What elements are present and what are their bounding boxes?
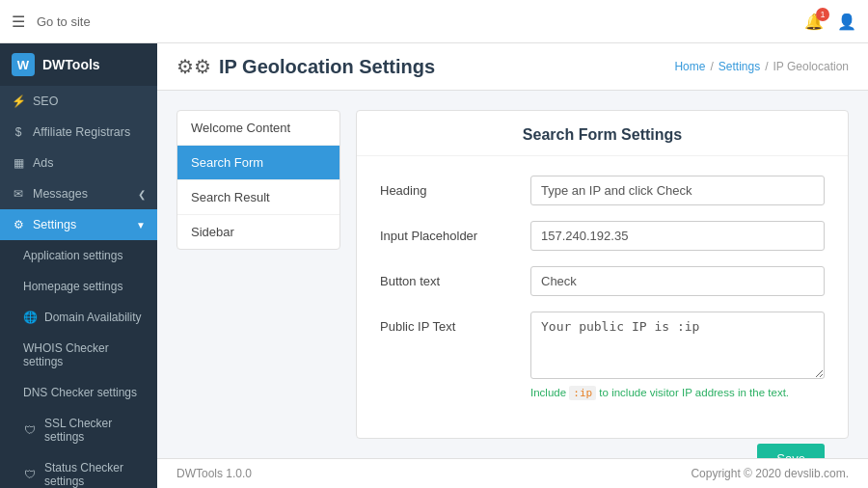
sidebar-label-homepage: Homepage settings xyxy=(23,280,146,293)
page-header: ⚙⚙ IP Geolocation Settings Home / Settin… xyxy=(157,43,868,91)
gear-settings-icon: ⚙⚙ xyxy=(176,55,211,78)
messages-icon: ✉ xyxy=(12,187,25,201)
app-footer: DWTools 1.0.0 Copyright © 2020 devslib.c… xyxy=(157,458,868,488)
content-area: ⚙⚙ IP Geolocation Settings Home / Settin… xyxy=(157,43,868,488)
affiliate-icon: $ xyxy=(12,125,25,139)
breadcrumb: Home / Settings / IP Geolocation xyxy=(674,60,849,73)
sidebar-item-messages[interactable]: ✉ Messages ❮ xyxy=(0,178,157,209)
textarea-public-ip-text[interactable]: Your public IP is :ip xyxy=(530,312,825,379)
sidebar-logo: W DWTools xyxy=(0,43,157,86)
top-bar-right: 🔔 1 👤 xyxy=(804,13,856,31)
logo-text: DWTools xyxy=(42,57,100,72)
main-panel: Search Form Settings Heading Input Place… xyxy=(356,110,849,439)
footer-copyright: Copyright © 2020 devslib.com. xyxy=(691,467,849,480)
label-input-placeholder: Input Placeholder xyxy=(380,221,515,243)
main-area: W DWTools ⚡ SEO $ Affiliate Registrars ▦… xyxy=(0,43,868,488)
form-row-button-text: Button text xyxy=(380,266,825,296)
sidebar: W DWTools ⚡ SEO $ Affiliate Registrars ▦… xyxy=(0,43,157,488)
footer-link[interactable]: devslib.com. xyxy=(784,467,849,480)
control-heading xyxy=(530,176,825,205)
sub-nav: Welcome Content Search Form Search Resul… xyxy=(176,110,340,250)
subnav-item-search-result[interactable]: Search Result xyxy=(177,180,339,215)
messages-arrow-icon: ❮ xyxy=(138,189,146,200)
status-icon: 🛡 xyxy=(23,468,37,481)
sidebar-label-affiliate: Affiliate Registrars xyxy=(33,125,146,139)
form-body: Heading Input Placeholder xyxy=(357,156,848,434)
sidebar-label-status: Status Checker settings xyxy=(44,461,146,488)
subnav-item-welcome[interactable]: Welcome Content xyxy=(177,111,339,146)
breadcrumb-home[interactable]: Home xyxy=(674,60,705,73)
input-input-placeholder[interactable] xyxy=(530,221,825,251)
control-input-placeholder xyxy=(530,221,825,251)
breadcrumb-settings[interactable]: Settings xyxy=(719,60,760,73)
page-title-wrap: ⚙⚙ IP Geolocation Settings xyxy=(176,55,435,78)
breadcrumb-current: IP Geolocation xyxy=(773,60,850,73)
label-public-ip-text: Public IP Text xyxy=(380,312,515,334)
sidebar-label-domain: Domain Availability xyxy=(44,311,146,324)
input-heading[interactable] xyxy=(530,176,825,205)
content-body: Welcome Content Search Form Search Resul… xyxy=(157,91,868,458)
control-button-text xyxy=(530,266,825,296)
panel-footer: Save xyxy=(357,434,848,458)
subnav-item-search-form[interactable]: Search Form xyxy=(177,146,339,180)
panel-title: Search Form Settings xyxy=(357,111,848,156)
sidebar-item-status[interactable]: 🛡 Status Checker settings xyxy=(0,452,157,488)
sidebar-label-application: Application settings xyxy=(23,249,146,262)
sidebar-item-affiliate[interactable]: $ Affiliate Registrars xyxy=(0,117,157,148)
top-bar: ☰ Go to site 🔔 1 👤 xyxy=(0,0,868,43)
sidebar-label-whois: WHOIS Checker settings xyxy=(23,341,146,368)
seo-icon: ⚡ xyxy=(12,95,25,108)
control-public-ip-text: Your public IP is :ip Include :ip to inc… xyxy=(530,312,825,399)
settings-submenu: Application settings Homepage settings 🌐… xyxy=(0,240,157,488)
sidebar-item-dns[interactable]: DNS Checker settings xyxy=(0,377,157,408)
notifications-button[interactable]: 🔔 1 xyxy=(804,13,824,31)
sidebar-label-ssl: SSL Checker settings xyxy=(44,417,146,444)
sidebar-label-seo: SEO xyxy=(33,95,146,108)
form-row-heading: Heading xyxy=(380,176,825,205)
sidebar-item-domain[interactable]: 🌐 Domain Availability xyxy=(0,302,157,333)
label-heading: Heading xyxy=(380,176,515,198)
form-row-public-ip-text: Public IP Text Your public IP is :ip Inc… xyxy=(380,312,825,399)
go-to-site-link[interactable]: Go to site xyxy=(37,14,91,29)
sidebar-label-messages: Messages xyxy=(33,187,130,201)
footer-version: DWTools 1.0.0 xyxy=(176,467,252,480)
sidebar-label-settings: Settings xyxy=(33,218,128,231)
user-icon[interactable]: 👤 xyxy=(837,13,856,31)
breadcrumb-sep2: / xyxy=(765,60,768,73)
sidebar-item-application[interactable]: Application settings xyxy=(0,240,157,271)
subnav-item-sidebar[interactable]: Sidebar xyxy=(177,215,339,249)
shield-icon: 🛡 xyxy=(23,423,37,437)
sidebar-item-seo[interactable]: ⚡ SEO xyxy=(0,86,157,117)
notification-badge: 1 xyxy=(816,8,829,21)
sidebar-item-ads[interactable]: ▦ Ads xyxy=(0,148,157,178)
settings-arrow-icon: ▼ xyxy=(136,220,146,230)
sidebar-label-ads: Ads xyxy=(33,156,146,170)
sidebar-item-ssl[interactable]: 🛡 SSL Checker settings xyxy=(0,408,157,452)
logo-icon: W xyxy=(12,53,35,76)
label-button-text: Button text xyxy=(380,266,515,288)
hint-text: Include :ip to include visitor IP addres… xyxy=(530,387,825,399)
form-row-input-placeholder: Input Placeholder xyxy=(380,221,825,251)
breadcrumb-sep1: / xyxy=(710,60,713,73)
hamburger-icon[interactable]: ☰ xyxy=(12,13,25,31)
sidebar-label-dns: DNS Checker settings xyxy=(23,386,146,399)
sidebar-item-whois[interactable]: WHOIS Checker settings xyxy=(0,333,157,377)
app-wrapper: ☰ Go to site 🔔 1 👤 W DWTools ⚡ SEO $ Aff… xyxy=(0,0,868,488)
page-title: IP Geolocation Settings xyxy=(219,56,435,78)
input-button-text[interactable] xyxy=(530,266,825,296)
save-button[interactable]: Save xyxy=(757,444,825,458)
sidebar-item-homepage[interactable]: Homepage settings xyxy=(0,271,157,302)
sidebar-item-settings[interactable]: ⚙ Settings ▼ xyxy=(0,209,157,240)
hint-code: :ip xyxy=(569,386,596,400)
settings-icon: ⚙ xyxy=(12,218,25,231)
globe-icon: 🌐 xyxy=(23,311,37,324)
ads-icon: ▦ xyxy=(12,156,25,170)
